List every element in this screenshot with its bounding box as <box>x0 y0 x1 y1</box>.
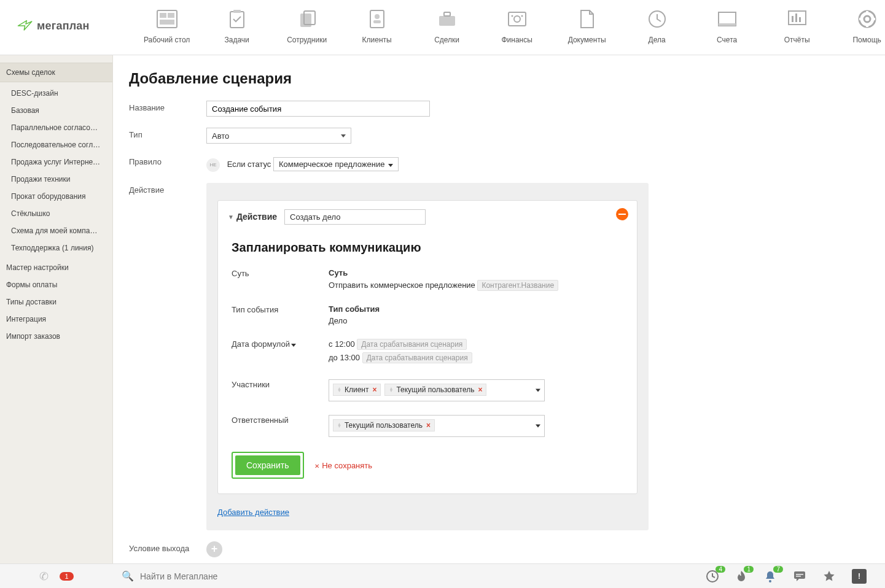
sidebar-link-master[interactable]: Мастер настройки <box>0 259 112 276</box>
sidebar-scheme[interactable]: Последовательное согласов… <box>0 136 112 153</box>
date-label[interactable]: Дата формулой <box>232 339 290 349</box>
sidebar-scheme[interactable]: DESC-дизайн <box>0 85 112 102</box>
fire-icon[interactable]: 1 <box>735 570 747 583</box>
date-to-time[interactable]: 13:00 <box>340 353 360 362</box>
collapse-icon[interactable]: ▼ <box>228 214 234 220</box>
nav-item-employees[interactable]: Сотрудники <box>285 9 329 44</box>
clock-icon[interactable]: 4 <box>706 570 719 583</box>
tag-remove-icon[interactable]: × <box>478 385 482 394</box>
essence-text: Отправить коммерческое предложение <box>329 280 475 290</box>
documents-icon <box>576 9 598 29</box>
add-action-link[interactable]: Добавить действие <box>217 508 289 517</box>
logo[interactable]: мегаплан <box>17 17 90 34</box>
tasks-icon <box>226 9 248 29</box>
tag-label: Текущий пользователь <box>396 385 474 394</box>
chevron-down-icon <box>291 344 296 347</box>
responsible-label: Ответственный <box>232 415 329 437</box>
action-save-button[interactable]: Сохранить <box>235 455 300 475</box>
sidebar-scheme[interactable]: Схема для моей компании <box>0 222 112 239</box>
svg-rect-2 <box>168 13 174 18</box>
date-from-prefix: с <box>329 339 333 349</box>
sidebar-scheme[interactable]: Базовая <box>0 102 112 119</box>
sidebar-scheme[interactable]: Техподдержка (1 линия) <box>0 239 112 257</box>
search-icon: 🔍 <box>122 570 134 582</box>
svg-rect-29 <box>794 571 805 579</box>
dropdown-icon[interactable] <box>536 389 540 392</box>
add-exit-condition-button[interactable]: + <box>206 541 222 557</box>
svg-rect-22 <box>792 16 793 22</box>
sidebar-scheme[interactable]: Продажи техники <box>0 171 112 188</box>
responsible-input[interactable]: ▲▼Текущий пользователь× <box>329 415 545 437</box>
label-action: Действие <box>129 183 206 195</box>
tag-remove-icon[interactable]: × <box>372 385 376 394</box>
bell-icon[interactable]: 7 <box>763 570 777 583</box>
sidebar-scheme[interactable]: Продажа услуг Интернет-аге… <box>0 153 112 171</box>
type-select[interactable]: Авто <box>206 128 351 144</box>
sidebar-link-import[interactable]: Импорт заказов <box>0 328 112 345</box>
dropdown-icon[interactable] <box>536 424 540 427</box>
nav-item-finance[interactable]: Финансы <box>495 9 539 44</box>
sidebar-scheme[interactable]: Стёклышко <box>0 205 112 222</box>
nav-label: Дела <box>649 36 666 44</box>
rule-ne-badge[interactable]: НЕ <box>206 158 220 172</box>
employees-icon <box>296 9 318 29</box>
date-from-time[interactable]: 12:00 <box>335 339 355 349</box>
essence-bold: Суть <box>329 268 627 277</box>
svg-point-16 <box>511 15 513 17</box>
eventtype-label: Тип события <box>232 304 329 325</box>
action-block: ▼ Действие Создать дело Запланировать ко… <box>206 183 649 530</box>
svg-point-26 <box>864 16 870 22</box>
sidebar-link-integration[interactable]: Интеграция <box>0 311 112 328</box>
tag-label: Клиент <box>345 385 369 394</box>
nav-item-todos[interactable]: Дела <box>635 9 679 44</box>
logo-text: мегаплан <box>37 20 90 33</box>
date-from-chip[interactable]: Дата срабатывания сценария <box>357 339 467 350</box>
chat-icon[interactable] <box>793 570 806 582</box>
nav-label: Сотрудники <box>287 36 327 44</box>
nav-label: Документы <box>568 36 606 44</box>
nav-item-tasks[interactable]: Задачи <box>215 9 259 44</box>
page-title: Добавление сценария <box>129 70 865 87</box>
search-bar[interactable]: 🔍 <box>113 564 706 589</box>
participants-input[interactable]: ▲▼Клиент× ▲▼Текущий пользователь× <box>329 379 545 401</box>
nav-label: Рабочий стол <box>144 36 190 44</box>
rule-status-select[interactable]: Коммерческое предложение <box>273 157 399 171</box>
svg-point-8 <box>308 14 311 18</box>
feedback-icon[interactable]: ! <box>852 569 867 584</box>
sidebar-heading[interactable]: Схемы сделок <box>0 63 112 82</box>
caret-down-icon <box>341 134 346 137</box>
nav-item-dashboard[interactable]: Рабочий стол <box>145 9 189 44</box>
nav-item-deals[interactable]: Сделки <box>425 9 469 44</box>
svg-rect-23 <box>795 14 797 22</box>
nav-item-documents[interactable]: Документы <box>565 9 609 44</box>
clock-badge: 4 <box>715 566 725 573</box>
phone-icon[interactable]: ✆ <box>39 570 49 583</box>
nav-item-help[interactable]: Помощь <box>845 9 885 44</box>
name-input[interactable] <box>206 101 430 117</box>
sidebar-scheme[interactable]: Параллельное согласование <box>0 119 112 136</box>
svg-rect-13 <box>444 12 450 16</box>
nav-label: Финансы <box>501 36 532 44</box>
nav-item-clients[interactable]: Клиенты <box>355 9 399 44</box>
essence-placeholder-chip[interactable]: Контрагент.Название <box>477 280 558 291</box>
participants-label: Участники <box>232 379 329 401</box>
rule-prefix: Если статус <box>227 160 271 169</box>
sidebar-link-delivery[interactable]: Типы доставки <box>0 293 112 311</box>
svg-rect-14 <box>509 12 526 26</box>
sidebar-scheme[interactable]: Прокат оборудования <box>0 188 112 205</box>
bell-badge: 7 <box>773 566 783 573</box>
svg-rect-11 <box>373 20 381 23</box>
tag-remove-icon[interactable]: × <box>426 421 431 430</box>
responsible-tag: ▲▼Текущий пользователь× <box>333 419 435 431</box>
action-cancel-link[interactable]: Не сохранять <box>314 461 372 470</box>
action-type-select[interactable]: Создать дело <box>284 209 426 225</box>
remove-action-button[interactable] <box>616 208 628 220</box>
search-input[interactable] <box>140 571 386 581</box>
action-card: ▼ Действие Создать дело Запланировать ко… <box>217 200 637 494</box>
date-to-chip[interactable]: Дата срабатывания сценария <box>362 352 472 363</box>
type-value: Авто <box>212 131 229 141</box>
nav-item-reports[interactable]: Отчёты <box>775 9 819 44</box>
nav-item-invoices[interactable]: Счета <box>705 9 749 44</box>
sidebar-link-payments[interactable]: Формы оплаты <box>0 276 112 293</box>
star-icon[interactable] <box>822 570 836 583</box>
